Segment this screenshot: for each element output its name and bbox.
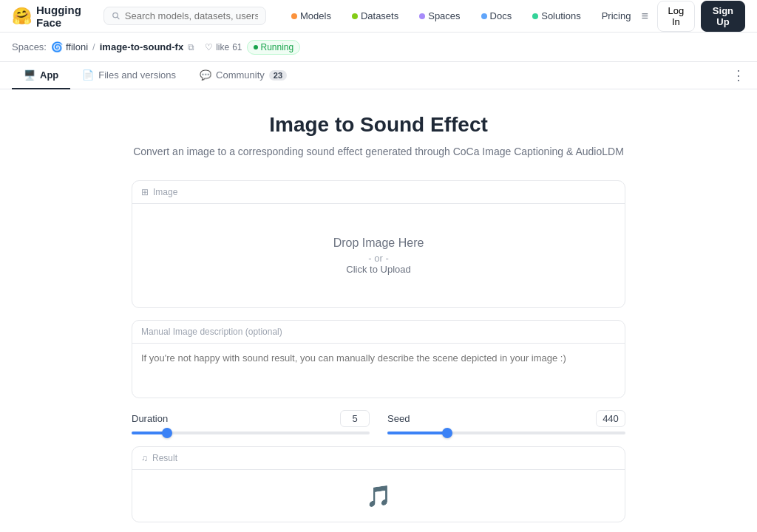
brand-name: Hugging Face [36,4,95,29]
status-badge: Running [247,40,301,55]
brand-emoji: 🤗 [12,7,32,26]
search-input[interactable] [125,10,258,21]
drop-or: - or - [368,253,388,264]
seed-slider[interactable] [387,432,625,434]
nav-item-pricing[interactable]: Pricing [597,7,636,24]
drop-click[interactable]: Click to Upload [346,264,410,275]
nav-solutions-label: Solutions [541,10,580,21]
app-title: Image to Sound Effect [132,113,625,137]
nav-docs-label: Docs [490,10,512,21]
copy-icon[interactable]: ⧉ [188,42,194,52]
nav-item-spaces[interactable]: Spaces [415,7,464,24]
controls-row: Duration 5 Seed 440 [132,410,625,434]
datasets-dot [352,13,358,19]
like-count: 61 [232,42,242,52]
seed-thumb[interactable] [442,428,452,438]
navbar: 🤗 Hugging Face Models Datasets Spaces Do… [0,0,757,33]
duration-thumb[interactable] [162,428,172,438]
nav-item-docs[interactable]: Docs [477,7,517,24]
duration-label-row: Duration 5 [132,410,370,427]
manual-desc-panel: Manual Image description (optional) [132,320,625,398]
solutions-dot [532,13,538,19]
result-panel-label: ♫ Result [132,447,625,470]
app-tab-label: App [40,69,58,81]
author-emoji: 🌀 [51,41,63,52]
tab-files[interactable]: 📄 Files and versions [70,62,188,89]
like-label: like [216,42,229,52]
tab-app[interactable]: 🖥️ App [12,62,70,89]
tabs-right: ⋮ [732,67,745,83]
nav-right: ≡ Log In Sign Up [638,1,745,32]
community-badge: 23 [269,70,287,81]
tab-community[interactable]: 💬 Community 23 [188,62,299,89]
breadcrumb-separator: / [92,41,95,52]
seed-control: Seed 440 [387,410,625,434]
files-tab-label: Files and versions [98,69,176,81]
nav-item-solutions[interactable]: Solutions [528,7,585,24]
heart-icon: ♡ [205,42,213,52]
music-icon: 🎵 [366,484,392,508]
result-area: 🎵 [132,470,625,522]
spaces-dot [419,13,425,19]
community-tab-label: Community [216,69,265,81]
status-dot [254,45,258,50]
nav-models-label: Models [300,10,331,21]
nav-item-models[interactable]: Models [287,7,336,24]
login-button[interactable]: Log In [657,1,695,32]
nav-links: Models Datasets Spaces Docs Solutions Pr… [287,7,635,24]
manual-desc-label-text: Manual Image description (optional) [141,327,282,337]
duration-value[interactable]: 5 [340,410,370,427]
nav-pricing-label: Pricing [602,10,631,21]
search-bar[interactable] [103,7,266,25]
seed-fill [387,432,447,434]
seed-value[interactable]: 440 [596,410,625,427]
app-tab-icon: 🖥️ [24,69,35,81]
result-label-icon: ♫ [141,453,148,463]
nav-spaces-label: Spaces [428,10,460,21]
author-name: ffiloni [66,41,88,52]
drop-text: Drop Image Here [333,236,424,250]
spaces-label: Spaces: [12,41,47,52]
tabs-bar: 🖥️ App 📄 Files and versions 💬 Community … [0,62,757,89]
manual-desc-label: Manual Image description (optional) [132,321,625,344]
community-tab-icon: 💬 [200,69,211,81]
image-panel: ⊞ Image Drop Image Here - or - Click to … [132,180,625,308]
image-panel-label: ⊞ Image [132,181,625,204]
author-link[interactable]: 🌀 ffiloni [51,41,88,52]
main-content: Image to Sound Effect Convert an image t… [120,89,637,532]
nav-item-datasets[interactable]: Datasets [347,7,403,24]
space-name-link[interactable]: image-to-sound-fx [100,41,183,52]
status-label: Running [261,42,294,52]
signup-button[interactable]: Sign Up [701,1,745,32]
seed-label: Seed [387,413,410,424]
nav-datasets-label: Datasets [361,10,398,21]
spaces-breadcrumb-bar: Spaces: 🌀 ffiloni / image-to-sound-fx ⧉ … [0,33,757,62]
files-tab-icon: 📄 [82,69,94,81]
image-label-icon: ⊞ [141,187,149,197]
image-label-text: Image [153,187,177,197]
models-dot [291,13,297,19]
seed-label-row: Seed 440 [387,410,625,427]
duration-slider[interactable] [132,432,370,434]
brand-logo[interactable]: 🤗 Hugging Face [12,4,95,29]
menu-icon[interactable]: ≡ [638,7,651,26]
like-area[interactable]: ♡ like 61 [205,42,242,52]
docs-dot [481,13,487,19]
search-icon [112,11,120,21]
image-drop-area[interactable]: Drop Image Here - or - Click to Upload [132,204,625,307]
app-description: Convert an image to a corresponding soun… [132,144,625,160]
result-label-text: Result [152,453,177,463]
manual-desc-input[interactable] [132,344,625,395]
duration-label: Duration [132,413,168,424]
more-options-icon[interactable]: ⋮ [732,67,745,83]
duration-control: Duration 5 [132,410,370,434]
result-panel: ♫ Result 🎵 [132,446,625,522]
